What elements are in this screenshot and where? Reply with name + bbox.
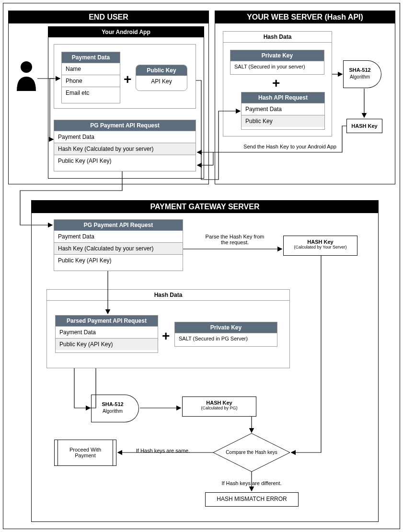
pg-req-r1: Payment Data (54, 131, 196, 143)
gateway-pgreq-hdr: PG Payment API Request (54, 220, 183, 230)
gateway-pgreq-r1: Payment Data (54, 230, 183, 242)
same-label: If Hash keys are same. (127, 448, 199, 453)
pg-req-r3: Public Key (API Key) (54, 155, 196, 167)
web-server-title: YOUR WEB SERVER (Hash API) (215, 11, 395, 23)
public-key-row: API Key (136, 76, 187, 87)
sha512-sub: Algorithm (343, 74, 377, 79)
android-app-title: Your Android App (48, 27, 204, 37)
calc-hashkey-s: (Calculated by PG) (183, 406, 256, 410)
send-hashkey-label: Send the Hash Key to your Android App (235, 144, 345, 149)
server-hashreq-r1: Payment Data (242, 103, 324, 115)
server-hashreq: Hash API Request Payment Data Public Key (241, 92, 325, 130)
proceed-label: Proceed With Payment (55, 440, 116, 458)
parsed-hashkey: HASH Key (Calculated by Your Server) (283, 236, 357, 256)
public-key-hdr: Public Key (136, 65, 187, 76)
public-key-box: Public Key API Key (136, 65, 187, 91)
server-hashreq-r2: Public Key (242, 115, 324, 127)
pg-request-hdr: PG Payment API Request (54, 120, 196, 131)
payment-data-hdr: Payment Data (62, 52, 120, 63)
server-privatekey-row: SALT (Secured in your server) (230, 61, 324, 72)
pg-request-box: PG Payment API Request Payment Data Hash… (54, 120, 196, 171)
gateway-privatekey-row: SALT (Secured in PG Server) (175, 333, 277, 344)
server-privatekey-hdr: Private Key (230, 50, 324, 61)
parsed-pay-req-r2: Public Key (API Key) (56, 338, 158, 350)
parsed-hashkey-t: HASH Key (284, 236, 357, 245)
mismatch-box: HASH MISMATCH ERROR (205, 492, 299, 507)
parsed-pay-req-r1: Payment Data (56, 326, 158, 338)
gateway-pgreq-r3: Public Key (API Key) (54, 254, 183, 266)
plus-icon: + (124, 72, 131, 87)
parse-note: Parse the Hash Key from the request. (189, 234, 280, 245)
end-user-title: END USER (9, 11, 208, 23)
gateway-sha-t: SHA-512 (93, 401, 132, 407)
pg-req-r2: Hash Key (Calculated by your server) (54, 143, 196, 155)
diff-label: If Hash keys are different. (213, 480, 290, 486)
cell-email: Email etc (62, 87, 120, 99)
proceed-box: Proceed With Payment (54, 440, 116, 466)
server-privatekey: Private Key SALT (Secured in your server… (230, 50, 324, 75)
compare-label: Compare the Hash keys (218, 450, 285, 455)
cell-name: Name (62, 63, 120, 75)
gateway-privatekey-hdr: Private Key (175, 322, 277, 333)
plus-icon-gateway: + (162, 328, 170, 344)
gateway-sha-s: Algorithm (93, 408, 132, 414)
sha512-title: SHA-512 (343, 67, 377, 73)
gateway-pgreq: PG Payment API Request Payment Data Hash… (54, 219, 183, 271)
gateway-title: PAYMENT GATEWAY SERVER (32, 201, 378, 213)
server-hashreq-hdr: Hash API Request (242, 92, 324, 103)
payment-data-table: Payment Data Name Phone Email etc (61, 52, 120, 103)
gateway-pgreq-r2: Hash Key (Calculated by your server) (54, 242, 183, 254)
server-hashdata-title: Hash Data (223, 32, 332, 43)
calc-hashkey-t: HASH Key (183, 397, 256, 406)
gateway-privatekey: Private Key SALT (Secured in PG Server) (174, 322, 277, 347)
cell-phone: Phone (62, 75, 120, 87)
parsed-hashkey-s: (Calculated by Your Server) (284, 245, 357, 249)
parsed-pay-req: Parsed Payment API Request Payment Data … (55, 315, 158, 353)
parsed-pay-req-hdr: Parsed Payment API Request (56, 316, 158, 326)
plus-icon-server: + (272, 76, 280, 91)
calc-hashkey: HASH Key (Calculated by PG) (182, 396, 256, 417)
server-hashkey-box: HASH Key (346, 119, 382, 133)
gateway-hashdata-title: Hash Data (47, 290, 289, 301)
